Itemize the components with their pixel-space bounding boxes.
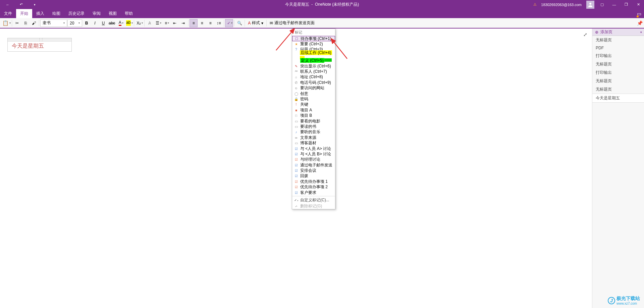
note-drag-handle[interactable] bbox=[8, 38, 71, 42]
menu-history[interactable]: 历史记录 bbox=[64, 9, 89, 18]
tag-menu-item[interactable]: ☑回拨 bbox=[292, 173, 335, 179]
add-page-button[interactable]: ⊕添加页 bbox=[592, 29, 644, 36]
tag-item-icon: ■ bbox=[294, 108, 298, 112]
tag-menu-item[interactable]: 定义 (Ctrl+5) bbox=[292, 58, 335, 63]
tag-menu-item[interactable]: □项目 B bbox=[292, 113, 335, 118]
page-item[interactable]: 无标题页 bbox=[592, 36, 644, 44]
menu-help[interactable]: 帮助 bbox=[121, 9, 137, 18]
highlight-button[interactable]: ab▾ bbox=[125, 19, 133, 27]
page-item[interactable]: 无标题页 bbox=[592, 85, 644, 94]
bold-button[interactable]: B bbox=[83, 19, 91, 27]
italic-button[interactable]: I bbox=[91, 19, 99, 27]
tag-menu-item[interactable]: !关键 bbox=[292, 102, 335, 107]
avatar[interactable] bbox=[586, 1, 594, 9]
menu-draw[interactable]: 绘图 bbox=[48, 9, 64, 18]
tag-item-icon: ☑ bbox=[294, 163, 298, 167]
tag-menu-item[interactable]: ★重要 (Ctrl+2) bbox=[292, 41, 335, 47]
fullscreen-icon[interactable]: ⤢ bbox=[583, 32, 587, 37]
pin-ribbon-icon[interactable]: 📌 bbox=[637, 20, 643, 26]
tag-item-label: 突出显示 (Ctrl+6) bbox=[300, 63, 331, 69]
restore-button[interactable]: ❐ bbox=[621, 0, 632, 9]
copy-button[interactable]: ⎘ bbox=[21, 19, 30, 27]
page-item[interactable]: 打印输出 bbox=[592, 68, 644, 77]
menu-file[interactable]: 文件 bbox=[0, 9, 16, 18]
menu-insert[interactable]: 插入 bbox=[32, 9, 48, 18]
format-painter-button[interactable]: 🖌 bbox=[30, 19, 38, 27]
align-right-button[interactable]: ≡ bbox=[206, 19, 214, 27]
tag-menu-item[interactable]: ∞文章来源 bbox=[292, 135, 335, 140]
tag-menu-item[interactable]: ⌂地址 (Ctrl+8) bbox=[292, 74, 335, 80]
email-icon: ✉ bbox=[270, 21, 273, 25]
tag-item-icon: ◯ bbox=[294, 92, 298, 96]
tag-item-icon: □ bbox=[294, 114, 298, 118]
menu-home[interactable]: 开始 bbox=[16, 9, 32, 18]
tag-menu-item[interactable]: 🔒密码 bbox=[292, 96, 335, 102]
note-container[interactable]: 今天是星期五 bbox=[7, 38, 72, 52]
increase-indent-button[interactable]: ⇥ bbox=[179, 19, 187, 27]
user-email[interactable]: 18302692063@163.com bbox=[538, 3, 584, 7]
clear-formatting-button[interactable]: A̷ bbox=[146, 19, 154, 27]
tag-item-label: 要看的电影 bbox=[300, 118, 320, 124]
tag-item-icon: ☑ bbox=[294, 169, 298, 173]
underline-button[interactable]: U bbox=[99, 19, 107, 27]
email-page-button[interactable]: ✉通过电子邮件发送页面 bbox=[268, 19, 317, 27]
decrease-indent-button[interactable]: ⇤ bbox=[171, 19, 179, 27]
undo-button[interactable]: ↶ bbox=[15, 0, 27, 9]
minimize-button[interactable]: — bbox=[608, 0, 620, 9]
note-text[interactable]: 今天是星期五 bbox=[8, 42, 71, 51]
page-item[interactable]: 无标题页 bbox=[592, 77, 644, 85]
tag-menu-item[interactable]: ☑优先待办事项 2 bbox=[292, 185, 335, 190]
back-button[interactable]: ← bbox=[2, 0, 13, 9]
tag-item-label: 与 <人员 A> 讨论 bbox=[300, 146, 331, 152]
subscript-button[interactable]: X₂▾ bbox=[135, 19, 143, 27]
tag-menu-item[interactable]: ☑安排会议 bbox=[292, 168, 335, 173]
tag-item-icon: ∞ bbox=[294, 136, 298, 140]
tag-menu-item[interactable]: 后续工作 (Ctrl+4) bbox=[292, 52, 335, 58]
styles-button[interactable]: A样式▾ bbox=[246, 19, 265, 27]
tag-menu-item[interactable]: ☑通过电子邮件发送 bbox=[292, 162, 335, 168]
menu-review[interactable]: 审阅 bbox=[89, 9, 105, 18]
tag-menu-item[interactable]: ✎突出显示 (Ctrl+6) bbox=[292, 63, 335, 69]
tag-item-label: 重要 (Ctrl+2) bbox=[300, 41, 323, 47]
tag-menu-item[interactable]: ✆电话号码 (Ctrl+9) bbox=[292, 80, 335, 85]
customize-tags-button[interactable]: ✓₊自定义标记(C)... bbox=[292, 197, 335, 203]
font-size-combo[interactable]: 20▾ bbox=[67, 19, 82, 27]
ribbon-display-button[interactable]: ▢ bbox=[596, 0, 608, 9]
paste-button[interactable]: 📋▾ bbox=[1, 19, 11, 27]
tag-menu-item[interactable]: ☑优先待办事项 1 bbox=[292, 179, 335, 184]
page-item[interactable]: 今天是星期五 bbox=[592, 94, 644, 103]
qat-customize[interactable]: ▾ bbox=[29, 0, 40, 9]
tag-button[interactable]: ✓▾ bbox=[225, 19, 233, 27]
tag-item-icon: ☐ bbox=[294, 37, 299, 41]
tag-menu-item[interactable]: ☐待办事项 (Ctrl+1) bbox=[292, 36, 335, 41]
tag-menu-item[interactable]: ■项目 A bbox=[292, 107, 335, 113]
page-item[interactable]: PDF bbox=[592, 44, 644, 52]
cut-button[interactable]: ✂ bbox=[13, 19, 21, 27]
font-color-button[interactable]: A▾ bbox=[116, 19, 124, 27]
strikethrough-button[interactable]: abc bbox=[108, 19, 116, 27]
tag-menu-item[interactable]: ☑与 <人员 B> 讨论 bbox=[292, 151, 335, 157]
align-center-button[interactable]: ≡ bbox=[198, 19, 206, 27]
tag-item-label: 要听的音乐 bbox=[300, 129, 320, 135]
find-tags-button[interactable]: 🔍 bbox=[235, 19, 244, 27]
align-left-button[interactable]: ≡ bbox=[190, 19, 198, 27]
close-button[interactable]: ✕ bbox=[633, 0, 644, 9]
tag-menu-item[interactable]: ⎋要访问的网站 bbox=[292, 86, 335, 91]
menu-view[interactable]: 视图 bbox=[105, 9, 121, 18]
tag-menu-item[interactable]: ☑与 <人员 A> 讨论 bbox=[292, 146, 335, 151]
numbering-button[interactable]: ≡▾ bbox=[162, 19, 170, 27]
tag-dropdown-menu: 标记 ☐待办事项 (Ctrl+1)★重要 (Ctrl+2)?问题 (Ctrl+3… bbox=[292, 29, 335, 209]
bullets-button[interactable]: ☰▾ bbox=[154, 19, 162, 27]
tag-menu-item[interactable]: ◯创意 bbox=[292, 91, 335, 96]
tag-menu-item[interactable]: ▭博客题材 bbox=[292, 140, 335, 146]
tag-menu-item[interactable]: ♪要听的音乐 bbox=[292, 130, 335, 135]
tag-menu-item[interactable]: ▭要读的书 bbox=[292, 124, 335, 129]
tag-menu-item[interactable]: ▭要看的电影 bbox=[292, 118, 335, 124]
page-item[interactable]: 无标题页 bbox=[592, 60, 644, 68]
font-name-combo[interactable]: 隶书▾ bbox=[40, 19, 67, 27]
tag-menu-item[interactable]: ᴬᴮ联系人 (Ctrl+7) bbox=[292, 69, 335, 74]
tag-menu-item[interactable]: ☑与经理讨论 bbox=[292, 157, 335, 162]
page-item[interactable]: 打印输出 bbox=[592, 52, 644, 60]
line-spacing-button[interactable]: ↕≡ bbox=[215, 19, 223, 27]
tag-menu-item[interactable]: ☑客户要求 bbox=[292, 190, 335, 195]
